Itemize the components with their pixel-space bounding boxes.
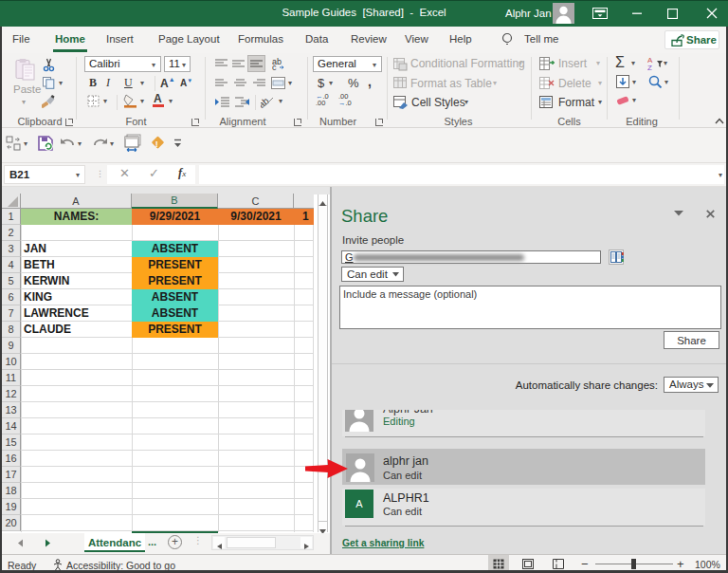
svg-text:c: c (272, 63, 277, 70)
svg-text:Z: Z (647, 64, 652, 70)
svg-text:!: ! (155, 139, 158, 149)
